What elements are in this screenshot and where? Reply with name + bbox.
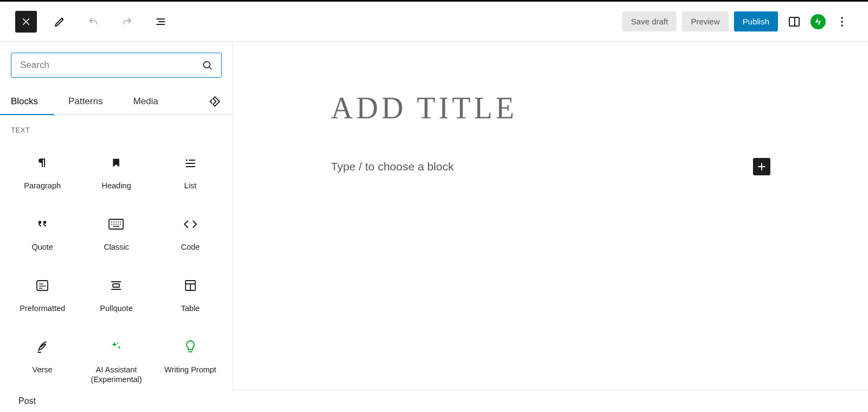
jetpack-button[interactable] [810, 14, 826, 29]
more-options-button[interactable] [831, 11, 853, 33]
feather-icon [36, 340, 48, 353]
undo-button[interactable] [82, 11, 104, 33]
block-list[interactable]: List [154, 140, 227, 201]
detach-icon [208, 94, 222, 109]
lightbulb-icon [185, 340, 196, 354]
tab-blocks[interactable]: Blocks [11, 88, 38, 115]
tab-patterns[interactable]: Patterns [68, 88, 103, 115]
block-paragraph[interactable]: Paragraph [5, 140, 79, 201]
toolbar-left [15, 11, 171, 33]
top-toolbar: Save draft Preview Publish [0, 2, 868, 42]
section-heading-text: TEXT [11, 126, 222, 134]
block-label: Verse [33, 365, 53, 375]
block-label: Heading [101, 181, 131, 191]
edit-tools-button[interactable] [49, 11, 71, 33]
block-label: AI Assistant (Experimental) [82, 365, 150, 385]
block-heading[interactable]: Heading [79, 140, 153, 201]
block-label: Quote [31, 242, 53, 252]
publish-button[interactable]: Publish [734, 11, 778, 31]
more-vertical-icon [835, 15, 848, 28]
editor-canvas[interactable]: ADD TITLE Type / to choose a block [233, 42, 868, 390]
list-icon [184, 156, 197, 169]
settings-sidebar-button[interactable] [783, 11, 805, 33]
block-label: Writing Prompt [164, 365, 216, 375]
save-draft-button[interactable]: Save draft [622, 11, 676, 31]
breadcrumb-post[interactable]: Post [18, 396, 36, 406]
pencil-icon [53, 15, 66, 28]
search-input[interactable] [20, 60, 202, 71]
close-icon [21, 17, 31, 27]
block-label: Pullquote [100, 303, 132, 314]
code-icon [183, 219, 197, 230]
sidebar-icon [788, 15, 801, 28]
list-view-icon [154, 15, 167, 28]
post-body-input[interactable]: Type / to choose a block [331, 160, 454, 173]
block-label: Paragraph [24, 181, 61, 191]
svg-rect-9 [113, 284, 119, 287]
svg-point-2 [841, 17, 843, 19]
svg-point-6 [186, 160, 187, 161]
block-quote[interactable]: Quote [5, 201, 79, 262]
table-icon [184, 280, 196, 291]
preview-button[interactable]: Preview [682, 11, 728, 31]
jetpack-icon [813, 17, 823, 27]
redo-button[interactable] [116, 11, 138, 33]
block-label: List [184, 181, 197, 191]
svg-point-3 [841, 21, 843, 23]
block-writing-prompt[interactable]: Writing Prompt [154, 324, 227, 390]
svg-point-4 [841, 24, 843, 27]
block-label: Code [181, 242, 200, 252]
svg-rect-8 [37, 281, 48, 290]
undo-icon [87, 15, 100, 28]
tab-media[interactable]: Media [133, 88, 158, 115]
preformatted-icon [36, 280, 49, 291]
block-label: Classic [104, 242, 129, 252]
post-title-input[interactable]: ADD TITLE [331, 91, 770, 125]
block-inserter-panel: Blocks Patterns Media TEXT Paragraph Hea… [0, 42, 233, 390]
quote-icon [36, 218, 49, 231]
sparkle-icon [110, 340, 123, 353]
footer-breadcrumb: Post [0, 390, 868, 412]
paragraph-icon [36, 156, 49, 169]
block-label: Preformatted [20, 303, 65, 314]
redo-icon [120, 15, 133, 28]
keyboard-icon [108, 219, 124, 230]
inserter-tabs: Blocks Patterns Media [0, 88, 233, 115]
close-inserter-button[interactable] [15, 11, 37, 33]
heading-icon [111, 157, 122, 168]
add-block-button[interactable] [753, 158, 770, 175]
body-row: Type / to choose a block [331, 158, 770, 175]
toolbar-right: Save draft Preview Publish [622, 11, 853, 33]
block-ai-assistant[interactable]: AI Assistant (Experimental) [79, 324, 153, 390]
block-pullquote[interactable]: Pullquote [79, 262, 153, 324]
block-verse[interactable]: Verse [5, 324, 79, 390]
block-classic[interactable]: Classic [79, 201, 153, 262]
block-grid: Paragraph Heading List Quote Classic Cod… [0, 134, 233, 390]
pullquote-icon [110, 280, 123, 291]
document-overview-button[interactable] [150, 11, 171, 33]
search-wrap [11, 53, 222, 78]
main-area: Blocks Patterns Media TEXT Paragraph Hea… [0, 42, 868, 390]
block-code[interactable]: Code [154, 201, 227, 262]
plus-icon [757, 162, 767, 172]
search-icon [202, 60, 213, 71]
detach-panel-button[interactable] [208, 89, 222, 114]
search-field[interactable] [11, 53, 222, 78]
block-table[interactable]: Table [154, 262, 227, 324]
block-label: Table [181, 303, 200, 314]
block-preformatted[interactable]: Preformatted [5, 262, 79, 324]
